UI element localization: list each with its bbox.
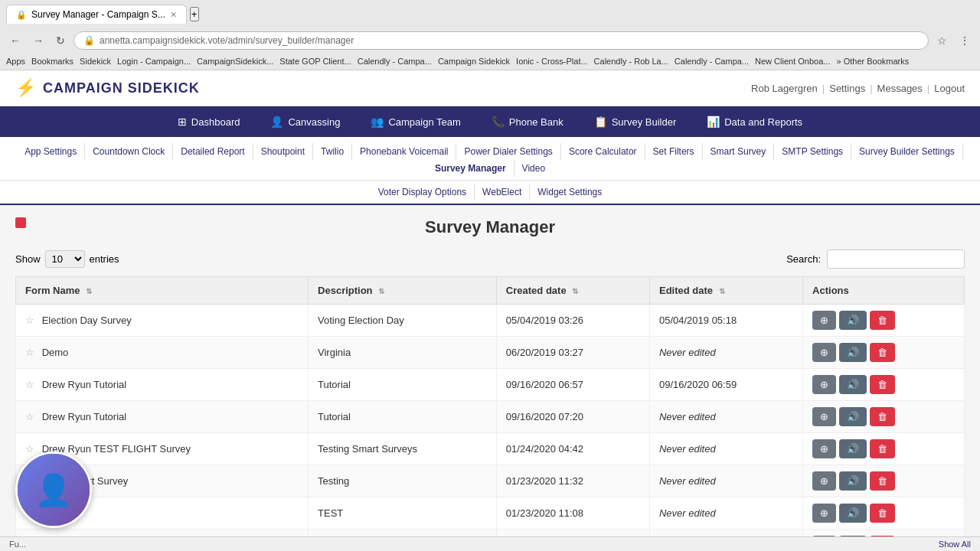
new-tab-button[interactable]: + [190, 7, 199, 21]
audio-button[interactable]: 🔊 [839, 439, 867, 458]
delete-button[interactable]: 🗑 [870, 439, 895, 458]
bookmark-new-client[interactable]: New Client Onboa... [755, 57, 830, 66]
bookmark-login[interactable]: Login - Campaign... [117, 57, 191, 66]
col-edited-date[interactable]: Edited date ⇅ [649, 277, 802, 305]
nav-phone-bank[interactable]: 📞 Phone Bank [476, 106, 579, 137]
copy-button[interactable]: ⊕ [812, 407, 836, 426]
show-all-link[interactable]: Show All [939, 540, 971, 549]
app-header: ⚡ CAMPAIGN SIDEKICK Rob Lagergren | Sett… [0, 70, 980, 106]
subnav-detailed-report[interactable]: Detailed Report [173, 143, 253, 160]
star-icon[interactable]: ☆ [25, 411, 34, 422]
col-description[interactable]: Description ⇅ [309, 277, 497, 305]
audio-button[interactable]: 🔊 [839, 504, 867, 523]
subnav-set-filters[interactable]: Set Filters [645, 143, 703, 160]
delete-button[interactable]: 🗑 [870, 504, 895, 523]
nav-data-reports[interactable]: 📊 Data and Reports [691, 106, 818, 137]
extensions-button[interactable]: ⋮ [956, 32, 974, 49]
active-tab[interactable]: 🔒 Survey Manager - Campaign S... ✕ [6, 5, 187, 24]
copy-button[interactable]: ⊕ [812, 311, 836, 330]
copy-icon: ⊕ [820, 315, 828, 326]
cell-description: Voting Election Day [309, 305, 497, 337]
subnav-phonebank-voicemail[interactable]: Phonebank Voicemail [352, 143, 456, 160]
cell-actions: ⊕ 🔊 🗑 [803, 433, 965, 465]
cell-edited: Never edited [649, 401, 802, 433]
search-input[interactable] [827, 249, 965, 269]
copy-button[interactable]: ⊕ [812, 375, 836, 394]
cell-description: Testing Smart Surveys [309, 433, 497, 465]
action-buttons: ⊕ 🔊 🗑 [812, 504, 955, 523]
delete-button[interactable]: 🗑 [870, 311, 895, 330]
sub-nav: App Settings Countdown Clock Detailed Re… [0, 137, 980, 205]
action-buttons: ⊕ 🔊 🗑 [812, 407, 955, 426]
logout-link[interactable]: Logout [934, 83, 965, 94]
subnav-webelect[interactable]: WebElect [475, 184, 530, 201]
subnav-score-calculator[interactable]: Score Calculator [561, 143, 645, 160]
nav-campaign-team[interactable]: 👥 Campaign Team [355, 106, 475, 137]
bookmark-campaignsidekick[interactable]: CampaignSidekick... [197, 57, 273, 66]
copy-button[interactable]: ⊕ [812, 504, 836, 523]
star-icon[interactable]: ☆ [25, 379, 34, 390]
browser-nav: ← → ↻ 🔒 annetta.campaignsidekick.vote/ad… [6, 28, 974, 54]
star-icon[interactable]: ☆ [25, 315, 34, 326]
copy-button[interactable]: ⊕ [812, 439, 836, 458]
cell-actions: ⊕ 🔊 🗑 [803, 305, 965, 337]
audio-button[interactable]: 🔊 [839, 311, 867, 330]
logo-text: CAMPAIGN SIDEKICK [43, 80, 200, 96]
copy-button[interactable]: ⊕ [812, 471, 836, 491]
subnav-survey-manager[interactable]: Survey Manager [427, 160, 514, 177]
subnav-widget-settings[interactable]: Widget Settings [530, 184, 609, 201]
bookmark-sidekick[interactable]: Sidekick [80, 57, 111, 66]
bookmark-calendly2[interactable]: Calendly - Campa... [675, 57, 749, 66]
bookmark-state-gop[interactable]: State GOP Client... [279, 57, 351, 66]
col-created-date[interactable]: Created date ⇅ [496, 277, 649, 305]
delete-button[interactable]: 🗑 [870, 407, 895, 426]
subnav-smtp-settings[interactable]: SMTP Settings [774, 143, 851, 160]
bookmark-other[interactable]: » Other Bookmarks [836, 57, 909, 66]
star-icon[interactable]: ☆ [25, 443, 34, 455]
settings-link[interactable]: Settings [829, 83, 865, 94]
nav-canvassing[interactable]: 👤 Canvassing [255, 106, 355, 137]
subnav-smart-survey[interactable]: Smart Survey [703, 143, 775, 160]
messages-link[interactable]: Messages [877, 83, 923, 94]
audio-button[interactable]: 🔊 [839, 471, 867, 491]
bookmark-bookmarks[interactable]: Bookmarks [31, 57, 74, 66]
show-label: Show [15, 253, 41, 265]
audio-button[interactable]: 🔊 [839, 343, 867, 362]
tab-close-icon[interactable]: ✕ [170, 10, 177, 20]
bookmark-campaign-sidekick[interactable]: Campaign Sidekick [438, 57, 510, 66]
audio-icon: 🔊 [847, 507, 859, 519]
bookmark-ionic[interactable]: Ionic - Cross-Plat... [516, 57, 588, 66]
subnav-shoutpoint[interactable]: Shoutpoint [253, 143, 313, 160]
table-row: ☆ ... TEST 01/23/2020 11:08 Never edited… [16, 497, 965, 530]
delete-button[interactable]: 🗑 [870, 343, 895, 362]
cell-edited: Never edited [649, 497, 802, 530]
subnav-voter-display[interactable]: Voter Display Options [371, 184, 475, 201]
subnav-twilio[interactable]: Twilio [313, 143, 352, 160]
reload-button[interactable]: ↻ [52, 32, 69, 49]
forward-button[interactable]: → [29, 32, 47, 49]
bookmark-calendly-rob[interactable]: Calendly - Rob La... [594, 57, 668, 66]
entries-select[interactable]: 10 25 50 100 [45, 250, 85, 268]
delete-button[interactable]: 🗑 [870, 375, 895, 394]
nav-dashboard[interactable]: ⊞ Dashboard [162, 106, 256, 137]
subnav-app-settings[interactable]: App Settings [17, 143, 85, 160]
subnav-survey-builder-settings[interactable]: Survey Builder Settings [851, 143, 963, 160]
nav-survey-builder[interactable]: 📋 Survey Builder [579, 106, 692, 137]
address-bar[interactable]: 🔒 annetta.campaignsidekick.vote/admin/su… [74, 31, 929, 50]
audio-button[interactable]: 🔊 [839, 407, 867, 426]
audio-icon: 🔊 [847, 411, 859, 422]
star-icon[interactable]: ☆ [25, 347, 34, 358]
subnav-countdown-clock[interactable]: Countdown Clock [85, 143, 173, 160]
subnav-video[interactable]: Video [514, 160, 553, 177]
copy-button[interactable]: ⊕ [812, 343, 836, 362]
audio-button[interactable]: 🔊 [839, 375, 867, 394]
bookmark-apps[interactable]: Apps [6, 57, 25, 66]
subnav-power-dialer[interactable]: Power Dialer Settings [456, 143, 560, 160]
bookmark-button[interactable]: ☆ [933, 32, 951, 49]
bookmark-calendly-campa[interactable]: Calendly - Campa... [358, 57, 432, 66]
main-nav: ⊞ Dashboard 👤 Canvassing 👥 Campaign Team… [0, 106, 980, 137]
col-form-name[interactable]: Form Name ⇅ [16, 277, 309, 305]
sort-icon-desc: ⇅ [378, 287, 384, 295]
back-button[interactable]: ← [6, 32, 24, 49]
delete-button[interactable]: 🗑 [870, 471, 895, 491]
